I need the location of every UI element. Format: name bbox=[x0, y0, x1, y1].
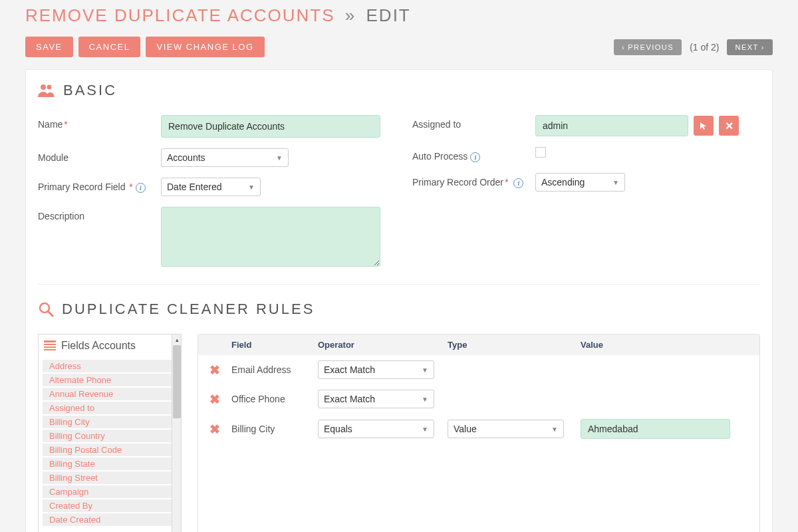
caret-down-icon: ▼ bbox=[422, 396, 428, 403]
module-label: Module bbox=[38, 148, 161, 163]
remove-rule-button[interactable]: ✖ bbox=[198, 392, 231, 407]
field-item[interactable]: Date Created bbox=[43, 513, 177, 526]
previous-label: PREVIOUS bbox=[628, 43, 674, 51]
fields-icon bbox=[44, 340, 56, 351]
chevron-left-icon: ‹ bbox=[622, 43, 625, 51]
field-item[interactable]: Billing Postal Code bbox=[43, 444, 177, 456]
rule-operator-value: Equals bbox=[324, 424, 352, 434]
cancel-button[interactable]: CANCEL bbox=[78, 37, 141, 57]
primary-record-field-select[interactable]: Date Entered ▼ bbox=[161, 178, 261, 196]
page-title: REMOVE DUPLICATE ACCOUNTS » EDIT bbox=[25, 5, 773, 26]
pager-text: (1 of 2) bbox=[690, 42, 719, 53]
auto-process-label: Auto Processi bbox=[412, 147, 535, 162]
svg-line-3 bbox=[48, 311, 53, 316]
field-item[interactable]: Billing Country bbox=[43, 430, 177, 442]
save-button[interactable]: SAVE bbox=[25, 37, 73, 57]
rules-row: ✖Email AddressExact Match▼ bbox=[198, 355, 759, 384]
name-label: Name* bbox=[38, 115, 161, 130]
toolbar: SAVE CANCEL VIEW CHANGE LOG ‹ PREVIOUS (… bbox=[25, 37, 773, 57]
caret-down-icon: ▼ bbox=[551, 426, 558, 433]
primary-record-order-value: Ascending bbox=[541, 177, 585, 188]
col-field: Field bbox=[231, 340, 318, 350]
svg-point-1 bbox=[47, 85, 52, 90]
module-select-value: Accounts bbox=[167, 152, 205, 163]
primary-record-order-select[interactable]: Ascending ▼ bbox=[535, 173, 625, 192]
field-item[interactable]: Billing City bbox=[43, 416, 177, 428]
remove-rule-button[interactable]: ✖ bbox=[198, 422, 231, 437]
fields-panel: Fields Accounts AddressAlternate PhoneAn… bbox=[38, 334, 182, 532]
col-type: Type bbox=[448, 340, 581, 350]
assigned-to-clear-button[interactable]: ✕ bbox=[719, 116, 739, 136]
rule-field: Email Address bbox=[231, 364, 318, 375]
section-divider bbox=[38, 284, 760, 285]
previous-button[interactable]: ‹ PREVIOUS bbox=[614, 39, 682, 55]
basic-section-head: BASIC bbox=[26, 82, 772, 99]
svg-rect-4 bbox=[44, 340, 56, 342]
info-icon[interactable]: i bbox=[513, 178, 523, 188]
svg-rect-7 bbox=[44, 349, 56, 350]
rule-operator-select[interactable]: Equals▼ bbox=[318, 420, 434, 438]
rule-field: Office Phone bbox=[231, 394, 318, 404]
field-item[interactable]: Alternate Phone bbox=[43, 374, 177, 386]
scroll-thumb[interactable] bbox=[173, 345, 181, 418]
assigned-to-picker-button[interactable] bbox=[694, 116, 714, 136]
remove-rule-button[interactable]: ✖ bbox=[198, 362, 231, 378]
next-label: NEXT bbox=[735, 43, 758, 51]
field-item[interactable]: Billing State bbox=[43, 458, 177, 470]
chevron-right-icon: › bbox=[761, 43, 765, 51]
breadcrumb-separator: » bbox=[345, 5, 356, 25]
caret-down-icon: ▼ bbox=[612, 179, 619, 186]
caret-down-icon: ▼ bbox=[422, 366, 428, 374]
rule-operator-select[interactable]: Exact Match▼ bbox=[318, 360, 434, 379]
rules-section-head: DUPLICATE CLEANER RULES bbox=[26, 301, 772, 318]
info-icon[interactable]: i bbox=[470, 152, 480, 162]
caret-down-icon: ▼ bbox=[248, 184, 255, 191]
rule-field: Billing City bbox=[231, 424, 318, 434]
cursor-icon bbox=[699, 121, 709, 131]
close-icon: ✕ bbox=[725, 120, 733, 132]
field-item[interactable]: Campaign bbox=[43, 485, 177, 498]
assigned-to-label: Assigned to bbox=[412, 115, 535, 130]
people-icon bbox=[38, 84, 55, 97]
field-item[interactable]: Assigned to bbox=[43, 402, 177, 414]
rule-operator-value: Exact Match bbox=[324, 394, 375, 404]
info-icon[interactable]: i bbox=[136, 183, 146, 193]
main-card: BASIC Name* Module Accounts ▼ bbox=[25, 69, 773, 532]
view-change-log-button[interactable]: VIEW CHANGE LOG bbox=[146, 37, 264, 57]
caret-down-icon: ▼ bbox=[276, 154, 283, 162]
primary-record-field-label: Primary Record Field *i bbox=[38, 178, 161, 193]
rule-operator-select[interactable]: Exact Match▼ bbox=[318, 390, 434, 408]
description-label: Description bbox=[38, 207, 161, 221]
basic-title: BASIC bbox=[63, 82, 117, 99]
svg-point-0 bbox=[41, 84, 46, 90]
rule-type-value: Value bbox=[454, 424, 477, 434]
field-item[interactable]: Billing Street bbox=[43, 471, 177, 484]
description-textarea[interactable] bbox=[161, 207, 380, 267]
search-icon bbox=[38, 301, 54, 317]
name-input[interactable] bbox=[161, 115, 380, 138]
field-item[interactable]: Address bbox=[43, 360, 177, 372]
field-item[interactable]: Created By bbox=[43, 499, 177, 512]
rules-row: ✖Office PhoneExact Match▼ bbox=[198, 384, 759, 414]
auto-process-checkbox[interactable] bbox=[535, 147, 546, 158]
rules-title: DUPLICATE CLEANER RULES bbox=[62, 301, 315, 318]
page-title-sub: EDIT bbox=[366, 5, 411, 25]
primary-record-field-value: Date Entered bbox=[167, 182, 222, 192]
caret-down-icon: ▼ bbox=[422, 426, 428, 433]
rule-operator-value: Exact Match bbox=[324, 364, 375, 375]
col-operator: Operator bbox=[318, 340, 448, 350]
assigned-to-input[interactable] bbox=[535, 115, 688, 136]
fields-panel-title: Fields Accounts bbox=[61, 340, 136, 352]
fields-scrollbar[interactable]: ▴ bbox=[172, 334, 181, 532]
field-item[interactable]: Annual Revenue bbox=[43, 388, 177, 400]
rule-value-input[interactable] bbox=[581, 419, 730, 439]
scroll-up-icon: ▴ bbox=[172, 334, 182, 345]
rules-table: Field Operator Type Value ✖Email Address… bbox=[198, 334, 760, 532]
col-value: Value bbox=[581, 340, 759, 350]
svg-rect-6 bbox=[44, 346, 56, 348]
rule-type-select[interactable]: Value▼ bbox=[448, 420, 564, 438]
next-button[interactable]: NEXT › bbox=[727, 39, 773, 55]
primary-record-order-label: Primary Record Order* i bbox=[412, 173, 535, 188]
page-title-main: REMOVE DUPLICATE ACCOUNTS bbox=[25, 5, 335, 25]
module-select[interactable]: Accounts ▼ bbox=[161, 148, 289, 167]
